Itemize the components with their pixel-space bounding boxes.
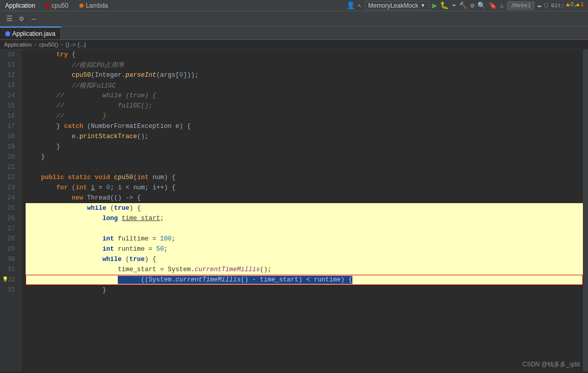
debug-button[interactable]: 🐛 — [440, 1, 449, 10]
java-file-icon — [5, 31, 10, 36]
line-32-num: 32 — [8, 275, 15, 285]
coverage-button[interactable]: ☂ — [452, 2, 456, 10]
menubar-right: 👤 ↖ MemoryLeakMock ▼ ▶ 🐛 ☂ 🔨 ⚙ 🔍 🔖 ⚠ JRe… — [346, 1, 585, 11]
gutter-line-31: 31 — [0, 265, 18, 275]
toolbar-settings[interactable]: ⚙ — [16, 14, 27, 24]
breadcrumb-part-2[interactable]: cpu50() — [39, 41, 58, 48]
code-line-17: } catch (NumberFormatException e) { — [26, 121, 583, 131]
code-line-22: public static void cpu50(int num) { — [26, 172, 583, 183]
minimize-icon[interactable]: ▬ — [537, 2, 541, 9]
code-line-13: //模拟FullGC — [26, 80, 583, 91]
code-line-21 — [26, 162, 583, 172]
gutter-line-27: 27 — [0, 224, 18, 234]
toolbar: ☰ ⚙ — — [0, 11, 588, 27]
bookmark-icon[interactable]: 🔖 — [489, 2, 497, 10]
breadcrumb-sep-2: > — [60, 41, 64, 48]
tabs-bar: Application.java — [0, 27, 588, 40]
cpu50-dot — [46, 4, 50, 8]
gutter-line-23: 23 — [0, 183, 18, 193]
code-line-16: // } — [26, 111, 583, 121]
gutter-line-10: 10 — [0, 50, 18, 60]
code-line-25: while (true) { — [26, 203, 583, 213]
search-icon[interactable]: 🔍 — [477, 2, 486, 10]
code-area[interactable]: try { //模拟CPU占用率 cpu50(Integer.parseInt(… — [22, 50, 583, 371]
gutter-line-18: 18 — [0, 131, 18, 142]
build-icon[interactable]: 🔨 — [459, 2, 467, 10]
gutter-line-20: 20 — [0, 152, 18, 162]
gutter-line-11: 11 — [0, 60, 18, 70]
settings-icon[interactable]: ⚙ — [470, 2, 474, 10]
warning-nav-icon[interactable]: ⚠ — [500, 2, 504, 10]
run-config-selector[interactable]: MemoryLeakMock ▼ — [365, 1, 429, 10]
lightbulb-icon[interactable]: 💡 — [2, 275, 8, 285]
gutter-line-30: 30 — [0, 254, 18, 265]
gutter-line-14: 14 — [0, 91, 18, 101]
cursor-icon[interactable]: ↖ — [358, 2, 362, 9]
code-line-19: } — [26, 142, 583, 152]
gutter-line-28: 28 — [0, 234, 18, 244]
editor-container: 10 11 12 13 14 15 16 17 18 19 20 21 22 2… — [0, 50, 588, 371]
gutter-line-12: 12 — [0, 70, 18, 80]
gutter-line-16: 16 — [0, 111, 18, 121]
jrebel-button[interactable]: JRebel — [507, 2, 535, 10]
code-line-33: } — [26, 285, 583, 295]
code-line-18: e.printStackTrace(); — [26, 131, 583, 142]
tab-cpu50-label: cpu50 — [52, 2, 69, 9]
gutter-line-26: 26 — [0, 213, 18, 224]
code-line-20: } — [26, 152, 583, 162]
warning-badge: ▲3 ▲1 — [565, 1, 584, 7]
user-icon[interactable]: 👤 — [346, 1, 355, 10]
watermark: CSDN @钱多多_qdd — [522, 360, 580, 369]
toolbar-minus[interactable]: — — [29, 14, 39, 24]
tab-lambda[interactable]: Lambda — [76, 1, 111, 10]
breadcrumb-part-1[interactable]: Application — [4, 41, 32, 48]
run-config-chevron: ▼ — [421, 3, 426, 8]
run-button[interactable]: ▶ — [432, 1, 437, 11]
code-line-11: //模拟CPU占用率 — [26, 60, 583, 70]
gutter-line-21: 21 — [0, 162, 18, 172]
code-line-15: // fullGC(); — [26, 101, 583, 111]
gutter-line-32: 💡 32 — [0, 275, 18, 285]
code-line-28: int fulltime = 100; — [26, 234, 583, 244]
breadcrumb-part-3[interactable]: () -> {...} — [66, 41, 86, 48]
gutter-line-15: 15 — [0, 101, 18, 111]
breadcrumb: Application > cpu50() > () -> {...} ▲3 ▲… — [0, 40, 588, 50]
git-label: Git: — [551, 3, 564, 9]
code-line-10: try { — [26, 50, 583, 60]
vertical-scrollbar[interactable] — [583, 50, 588, 371]
code-line-31: time_start = System.currentTimeMillis(); — [26, 265, 583, 275]
gutter-line-29: 29 — [0, 244, 18, 254]
gutter-line-24: 24 — [0, 193, 18, 203]
code-line-14: // while (true) { — [26, 91, 583, 101]
code-line-26: long time_start; — [26, 213, 583, 224]
tab-application-java[interactable]: Application.java — [0, 27, 61, 39]
gutter-line-22: 22 — [0, 172, 18, 183]
code-line-23: for (int i = 0; i < num; i++) { — [26, 183, 583, 193]
code-line-24: new Thread(() -> { — [26, 193, 583, 203]
top-menubar: Application cpu50 Lambda 👤 ↖ MemoryLeakM… — [0, 0, 588, 11]
tab-filename: Application.java — [12, 30, 55, 37]
gutter-line-25: 25 — [0, 203, 18, 213]
line-gutter: 10 11 12 13 14 15 16 17 18 19 20 21 22 2… — [0, 50, 22, 371]
breadcrumb-sep-1: > — [34, 41, 37, 48]
gutter-line-13: 13 — [0, 80, 18, 91]
lambda-dot — [79, 4, 83, 8]
code-line-29: int runtime = 50; — [26, 244, 583, 254]
gutter-line-17: 17 — [0, 121, 18, 131]
tab-lambda-label: Lambda — [86, 2, 108, 9]
toolbar-hamburger[interactable]: ☰ — [4, 14, 14, 24]
gutter-line-19: 19 — [0, 142, 18, 152]
menu-application[interactable]: Application — [3, 1, 37, 10]
run-config-label: MemoryLeakMock — [368, 2, 418, 9]
code-line-27 — [26, 224, 583, 234]
maximize-icon[interactable]: □ — [544, 2, 548, 9]
code-line-32: while ((System.currentTimeMillis() - tim… — [26, 275, 583, 285]
code-line-12: cpu50(Integer.parseInt(args[0])); — [26, 70, 583, 80]
tab-cpu50[interactable]: cpu50 — [43, 1, 72, 10]
gutter-line-33: 33 — [0, 285, 18, 295]
code-line-30: while (true) { — [26, 254, 583, 265]
